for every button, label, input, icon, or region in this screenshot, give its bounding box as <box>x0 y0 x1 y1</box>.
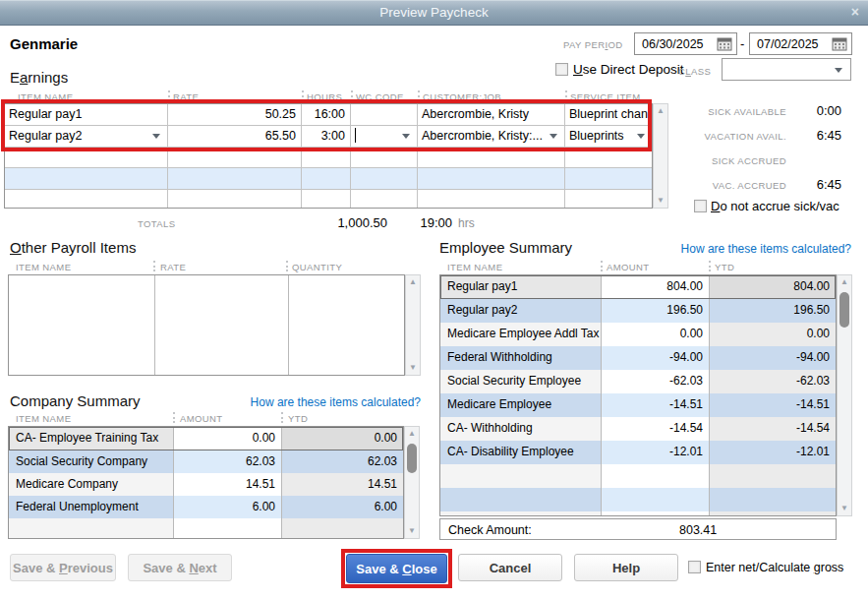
scroll-down-icon[interactable]: ▼ <box>838 502 851 515</box>
cs-amount-cell[interactable] <box>174 518 282 538</box>
chevron-down-icon[interactable] <box>402 134 410 139</box>
earnings-hours-cell[interactable] <box>302 168 351 189</box>
earnings-customer-cell[interactable] <box>418 148 565 167</box>
help-button[interactable]: Help <box>574 554 678 581</box>
earnings-item-cell[interactable] <box>5 190 168 208</box>
scroll-up-icon[interactable]: ▲ <box>654 104 667 118</box>
save-close-button[interactable]: Save & Close <box>346 554 447 583</box>
earnings-item-cell[interactable] <box>5 148 168 167</box>
pay-period-start-field[interactable]: 06/30/2025 <box>634 32 737 55</box>
class-dropdown[interactable] <box>722 58 851 81</box>
company-summary-help-link[interactable]: How are these items calculated? <box>226 395 421 409</box>
es-item-cell[interactable]: Federal Withholding <box>440 346 602 370</box>
use-direct-deposit-checkbox[interactable] <box>555 63 568 76</box>
es-item-cell[interactable] <box>440 464 602 488</box>
chevron-down-icon[interactable] <box>550 134 557 139</box>
employee-summary-help-link[interactable]: How are these items calculated? <box>649 242 851 256</box>
earnings-service-cell[interactable] <box>565 168 652 189</box>
es-amount-cell[interactable]: -14.51 <box>602 393 710 417</box>
es-item-cell[interactable]: Regular pay2 <box>440 299 602 323</box>
earnings-hours-cell[interactable] <box>302 190 351 208</box>
scroll-down-icon[interactable]: ▼ <box>405 524 419 538</box>
earnings-rate-cell[interactable]: 50.25 <box>168 104 302 125</box>
es-amount-cell[interactable] <box>602 488 710 511</box>
earnings-item-cell[interactable]: Regular pay1 <box>5 104 168 125</box>
scroll-down-icon[interactable]: ▼ <box>406 361 420 375</box>
earnings-wc-cell[interactable] <box>351 168 418 189</box>
es-item-cell[interactable] <box>440 488 602 511</box>
cancel-button[interactable]: Cancel <box>458 554 562 581</box>
earnings-service-cell[interactable]: Blueprint chang... <box>565 104 652 125</box>
table-row[interactable]: Federal Unemployment 6.00 6.00 <box>9 496 403 518</box>
table-row[interactable]: Federal Withholding -94.00 -94.00 <box>440 346 836 370</box>
enter-net-checkbox[interactable] <box>688 561 701 573</box>
earnings-customer-cell[interactable]: Abercrombie, Kristy:... <box>418 126 565 147</box>
chevron-down-icon[interactable] <box>152 134 160 139</box>
earnings-wc-cell[interactable] <box>351 126 418 147</box>
earnings-service-cell[interactable]: Blueprints <box>565 126 652 147</box>
cs-amount-cell[interactable]: 62.03 <box>174 450 282 473</box>
earnings-item-cell[interactable] <box>5 168 168 189</box>
other-payroll-scrollbar[interactable]: ▲ ▼ <box>405 274 421 376</box>
table-row[interactable]: Social Security Employee -62.03 -62.03 <box>440 370 836 393</box>
cs-amount-cell[interactable]: 0.00 <box>174 427 282 450</box>
close-icon[interactable]: × <box>851 5 859 19</box>
scrollbar-thumb[interactable] <box>407 444 417 473</box>
es-item-cell[interactable]: Social Security Employee <box>440 370 602 393</box>
earnings-rate-cell[interactable]: 65.50 <box>168 126 302 147</box>
earnings-rate-cell[interactable] <box>168 190 302 208</box>
scroll-up-icon[interactable]: ▲ <box>838 275 851 289</box>
table-row[interactable] <box>440 488 836 511</box>
scroll-up-icon[interactable]: ▲ <box>406 275 420 289</box>
cs-amount-cell[interactable]: 14.51 <box>174 473 282 496</box>
earnings-hours-cell[interactable]: 16:00 <box>302 104 351 125</box>
cs-item-cell[interactable]: CA- Employee Training Tax <box>9 427 174 450</box>
scroll-down-icon[interactable]: ▼ <box>654 194 667 208</box>
earnings-service-cell[interactable] <box>565 190 652 208</box>
save-next-button[interactable]: Save & Next <box>128 554 232 581</box>
chevron-down-icon[interactable] <box>835 68 842 73</box>
scroll-up-icon[interactable]: ▲ <box>405 427 419 441</box>
es-amount-cell[interactable]: 804.00 <box>602 275 710 299</box>
scrollbar-thumb[interactable] <box>839 292 849 328</box>
es-item-cell[interactable]: Medicare Employee Addl Tax <box>440 323 602 346</box>
es-amount-cell[interactable]: -14.54 <box>602 417 710 441</box>
table-row[interactable]: Social Security Company 62.03 62.03 <box>9 450 403 473</box>
cs-item-cell[interactable]: Federal Unemployment <box>9 496 174 518</box>
cs-item-cell[interactable] <box>9 518 174 538</box>
table-row[interactable] <box>440 464 836 488</box>
table-row[interactable]: CA- Employee Training Tax 0.00 0.00 <box>9 427 403 450</box>
table-row[interactable]: Medicare Employee -14.51 -14.51 <box>440 393 836 417</box>
es-amount-cell[interactable]: -12.01 <box>602 441 710 464</box>
earnings-item-cell[interactable]: Regular pay2 <box>5 126 168 147</box>
earnings-customer-cell[interactable]: Abercrombie, Kristy <box>418 104 565 125</box>
earnings-wc-cell[interactable] <box>351 104 418 125</box>
table-row[interactable]: CA- Withholding -14.54 -14.54 <box>440 417 836 441</box>
company-summary-scrollbar[interactable]: ▲ ▼ <box>404 426 420 539</box>
cs-item-cell[interactable]: Medicare Company <box>9 473 174 496</box>
earnings-service-cell[interactable] <box>565 148 652 167</box>
calendar-icon[interactable] <box>832 36 847 52</box>
table-row[interactable] <box>9 518 403 538</box>
es-amount-cell[interactable]: 0.00 <box>602 323 710 346</box>
earnings-wc-cell[interactable] <box>351 190 418 208</box>
earnings-hours-cell[interactable] <box>302 148 351 167</box>
earnings-wc-cell[interactable] <box>351 148 418 167</box>
es-amount-cell[interactable] <box>602 464 710 488</box>
earnings-customer-cell[interactable] <box>418 190 565 208</box>
pay-period-end-field[interactable]: 07/02/2025 <box>749 32 852 55</box>
table-row[interactable]: Medicare Employee Addl Tax 0.00 0.00 <box>440 323 836 346</box>
table-row[interactable]: Regular pay2 196.50 196.50 <box>440 299 836 323</box>
table-row[interactable]: CA- Disability Employee -12.01 -12.01 <box>440 441 836 464</box>
save-previous-button[interactable]: Save & Previous <box>10 554 116 581</box>
es-item-cell[interactable]: Medicare Employee <box>440 393 602 417</box>
cs-amount-cell[interactable]: 6.00 <box>174 496 282 518</box>
earnings-rate-cell[interactable] <box>168 168 302 189</box>
earnings-scrollbar[interactable]: ▲ ▼ <box>653 103 668 209</box>
earnings-rate-cell[interactable] <box>168 148 302 167</box>
do-not-accrue-checkbox[interactable] <box>694 200 707 212</box>
cs-item-cell[interactable]: Social Security Company <box>9 450 174 473</box>
es-amount-cell[interactable]: 196.50 <box>602 299 710 323</box>
chevron-down-icon[interactable] <box>637 134 645 139</box>
es-item-cell[interactable]: Regular pay1 <box>440 275 602 299</box>
